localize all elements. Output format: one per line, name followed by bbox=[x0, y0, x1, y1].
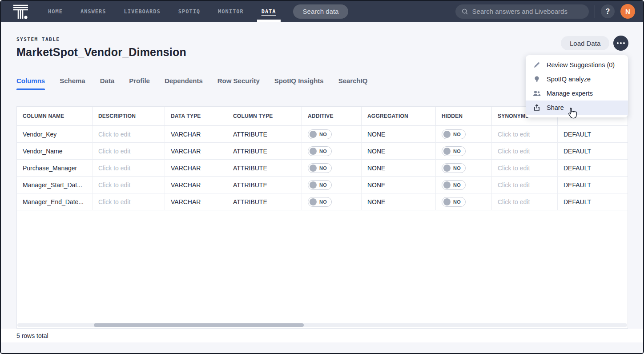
cell-hidden: NO bbox=[436, 143, 492, 160]
additive-toggle[interactable]: NO bbox=[308, 197, 332, 207]
menu-item-label: SpotIQ analyze bbox=[547, 76, 591, 83]
cell-aggregation[interactable]: NONE bbox=[362, 160, 436, 177]
cell-description-editable[interactable]: Click to edit bbox=[93, 143, 165, 160]
additive-toggle[interactable]: NO bbox=[308, 146, 332, 156]
cell-data-type: VARCHAR bbox=[165, 160, 227, 177]
tab-dependents[interactable]: Dependents bbox=[165, 71, 203, 90]
cell-synonym-editable[interactable]: Click to edit bbox=[492, 143, 558, 160]
cell-column-name[interactable]: Vendor_Key bbox=[17, 126, 93, 143]
cell-last-col[interactable]: DEFAULT bbox=[558, 160, 628, 177]
cell-column-type[interactable]: ATTRIBUTE bbox=[227, 193, 302, 210]
search-data-button[interactable]: Search data bbox=[293, 4, 349, 19]
cell-last-col[interactable]: DEFAULT bbox=[558, 126, 628, 143]
column-header-column-type[interactable]: COLUMN TYPE bbox=[227, 107, 302, 126]
cell-column-name[interactable]: Vendor_Name bbox=[17, 143, 93, 160]
column-header-aggregation[interactable]: AGGREGATION bbox=[362, 107, 436, 126]
hidden-toggle[interactable]: NO bbox=[442, 163, 466, 173]
cell-description-editable[interactable]: Click to edit bbox=[93, 177, 165, 193]
nav-item-spotiq[interactable]: SPOTIQ bbox=[169, 1, 209, 22]
global-search[interactable] bbox=[455, 4, 589, 19]
hidden-toggle[interactable]: NO bbox=[442, 146, 466, 156]
tab-spotiq-insights[interactable]: SpotIQ Insights bbox=[274, 71, 324, 90]
cell-hidden: NO bbox=[436, 177, 492, 193]
app-window: HOME ANSWERS LIVEBOARDS SPOTIQ MONITOR D… bbox=[0, 0, 644, 354]
menu-item-review-suggestions[interactable]: Review Suggestions (0) bbox=[526, 58, 628, 72]
cell-aggregation[interactable]: NONE bbox=[362, 143, 436, 160]
toggle-knob bbox=[310, 165, 317, 172]
menu-item-manage-experts[interactable]: Manage experts bbox=[526, 86, 628, 101]
global-search-input[interactable] bbox=[472, 8, 583, 15]
dot bbox=[617, 42, 619, 44]
cell-last-col[interactable]: DEFAULT bbox=[558, 193, 628, 210]
tab-schema[interactable]: Schema bbox=[60, 71, 85, 90]
column-header-name[interactable]: COLUMN NAME bbox=[17, 107, 93, 126]
tab-profile[interactable]: Profile bbox=[129, 71, 150, 90]
cell-description-editable[interactable]: Click to edit bbox=[93, 193, 165, 210]
nav-item-answers[interactable]: ANSWERS bbox=[72, 1, 115, 22]
cell-synonym-editable[interactable]: Click to edit bbox=[492, 160, 558, 177]
cell-data-type: VARCHAR bbox=[165, 177, 227, 193]
search-icon bbox=[462, 8, 468, 15]
cell-aggregation[interactable]: NONE bbox=[362, 193, 436, 210]
cell-last-col[interactable]: DEFAULT bbox=[558, 143, 628, 160]
cell-aggregation[interactable]: NONE bbox=[362, 177, 436, 193]
tab-row-security[interactable]: Row Security bbox=[217, 71, 260, 90]
cell-column-name[interactable]: Manager_End_Date... bbox=[17, 193, 93, 210]
toggle-knob bbox=[443, 165, 451, 172]
help-button[interactable]: ? bbox=[601, 4, 615, 18]
cell-description-editable[interactable]: Click to edit bbox=[93, 160, 165, 177]
thoughtspot-logo-icon bbox=[11, 3, 29, 20]
horizontal-scrollbar-track[interactable] bbox=[17, 323, 627, 327]
cell-column-type[interactable]: ATTRIBUTE bbox=[227, 126, 302, 143]
toggle-knob bbox=[443, 148, 451, 155]
cell-data-type: VARCHAR bbox=[165, 126, 227, 143]
cell-column-type[interactable]: ATTRIBUTE bbox=[227, 177, 302, 193]
cell-synonym-editable[interactable]: Click to edit bbox=[492, 193, 558, 210]
toggle-knob bbox=[310, 148, 317, 155]
menu-item-share[interactable]: Share bbox=[526, 101, 628, 115]
hidden-toggle[interactable]: NO bbox=[442, 180, 466, 190]
cell-additive: NO bbox=[302, 177, 362, 193]
load-data-button[interactable]: Load Data bbox=[561, 36, 609, 50]
cell-column-type[interactable]: ATTRIBUTE bbox=[227, 160, 302, 177]
cell-aggregation[interactable]: NONE bbox=[362, 126, 436, 143]
thoughtspot-logo[interactable] bbox=[1, 1, 39, 22]
dot bbox=[620, 42, 622, 44]
hidden-toggle[interactable]: NO bbox=[442, 129, 466, 139]
hidden-toggle[interactable]: NO bbox=[442, 197, 466, 207]
dot bbox=[623, 42, 625, 44]
additive-toggle[interactable]: NO bbox=[308, 180, 332, 190]
cell-synonym-editable[interactable]: Click to edit bbox=[492, 177, 558, 193]
avatar[interactable]: N bbox=[620, 4, 635, 19]
cell-last-col[interactable]: DEFAULT bbox=[558, 177, 628, 193]
additive-toggle[interactable]: NO bbox=[308, 129, 332, 139]
tab-columns[interactable]: Columns bbox=[16, 71, 45, 90]
cell-column-type[interactable]: ATTRIBUTE bbox=[227, 143, 302, 160]
column-header-data-type[interactable]: DATA TYPE bbox=[165, 107, 227, 126]
tab-data[interactable]: Data bbox=[100, 71, 115, 90]
nav-item-data[interactable]: DATA bbox=[253, 1, 285, 22]
column-header-description[interactable]: DESCRIPTION bbox=[93, 107, 165, 126]
cell-additive: NO bbox=[302, 126, 362, 143]
cell-column-name[interactable]: Manager_Start_Dat... bbox=[17, 177, 93, 193]
nav-item-liveboards[interactable]: LIVEBOARDS bbox=[115, 1, 169, 22]
cell-additive: NO bbox=[302, 143, 362, 160]
horizontal-scrollbar-thumb[interactable] bbox=[94, 323, 304, 327]
nav-item-home[interactable]: HOME bbox=[39, 1, 72, 22]
menu-item-label: Share bbox=[547, 104, 564, 111]
cell-description-editable[interactable]: Click to edit bbox=[93, 126, 165, 143]
column-header-additive[interactable]: ADDITIVE bbox=[302, 107, 362, 126]
cell-column-name[interactable]: Purchase_Manager bbox=[17, 160, 93, 177]
object-type-label: SYSTEM TABLE bbox=[16, 36, 60, 42]
tab-searchiq[interactable]: SearchIQ bbox=[338, 71, 368, 90]
menu-item-spotiq-analyze[interactable]: SpotIQ analyze bbox=[526, 72, 628, 86]
pencil-icon bbox=[533, 61, 541, 69]
cell-hidden: NO bbox=[436, 126, 492, 143]
additive-toggle[interactable]: NO bbox=[308, 163, 332, 173]
column-header-hidden[interactable]: HIDDEN bbox=[436, 107, 492, 126]
menu-item-label: Review Suggestions (0) bbox=[547, 61, 615, 68]
nav-item-monitor[interactable]: MONITOR bbox=[209, 1, 253, 22]
more-options-menu: Review Suggestions (0) SpotIQ analyze Ma… bbox=[526, 55, 628, 117]
cell-synonym-editable[interactable]: Click to edit bbox=[492, 126, 558, 143]
more-options-button[interactable] bbox=[613, 36, 628, 51]
